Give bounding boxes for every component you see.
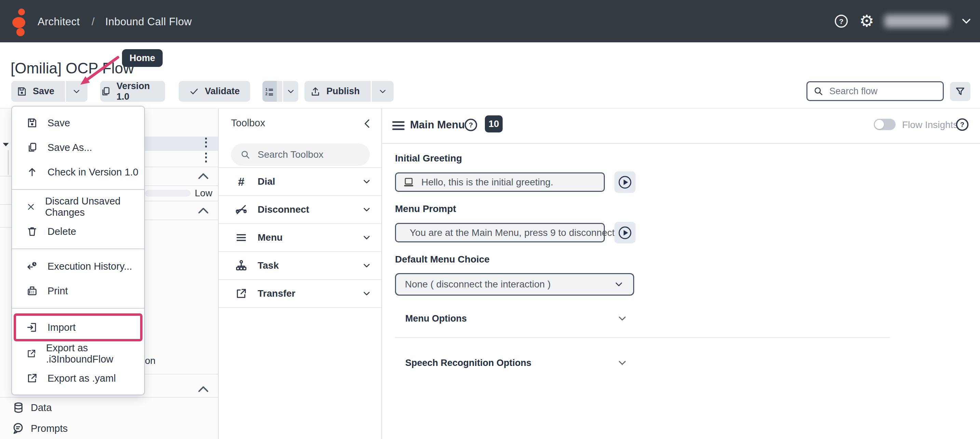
- collapse-panel-chevron-left-icon[interactable]: [362, 118, 372, 129]
- import-icon: [26, 322, 38, 333]
- collapse-chevron-up-icon[interactable]: [197, 171, 210, 181]
- initial-greeting-label: Initial Greeting: [395, 153, 462, 164]
- menu-item-check-in-version[interactable]: Check in Version 1.0: [12, 160, 144, 184]
- dial-hash-icon: #: [235, 175, 247, 189]
- menu-divider: [12, 308, 144, 309]
- play-icon: [617, 174, 633, 190]
- prompts-speech-bubble-icon: [12, 422, 25, 435]
- filter-button[interactable]: [950, 82, 970, 101]
- sidebar-item-data-label: Data: [31, 402, 52, 414]
- chevron-down-icon[interactable]: [361, 233, 372, 243]
- version-copy-icon: [100, 86, 111, 97]
- home-badge: Home: [122, 49, 163, 67]
- toolbox-item-disconnect[interactable]: Disconnect: [219, 196, 382, 224]
- toolbox-item-label: Dial: [258, 176, 351, 187]
- svg-text:?: ?: [839, 17, 844, 25]
- menu-item-save[interactable]: Save: [12, 111, 144, 135]
- menu-item-import[interactable]: Import: [16, 316, 140, 339]
- play-initial-greeting-button[interactable]: [614, 171, 636, 193]
- version-button-label: Version 1.0: [116, 81, 165, 102]
- arrow-up-icon: [26, 166, 38, 178]
- sidebar-item-data[interactable]: Data: [12, 401, 52, 414]
- menu-item-label: Execution History...: [48, 261, 132, 272]
- menu-prompt-label: Menu Prompt: [395, 203, 456, 214]
- menu-prompt-field[interactable]: You are at the Main Menu, press 9 to dis…: [395, 223, 605, 242]
- toolbox-item-label: Transfer: [258, 288, 351, 299]
- page-title: [Omilia] OCP Flow: [11, 60, 134, 77]
- search-flow-box: [807, 81, 944, 101]
- toolbox-item-transfer[interactable]: Transfer: [219, 280, 382, 308]
- speech-recognition-options-section[interactable]: Speech Recognition Options: [405, 358, 531, 368]
- menu-item-export-i3inboundflow[interactable]: Export as .i3InboundFlow: [12, 341, 144, 366]
- menu-item-label: Check in Version 1.0: [48, 166, 138, 178]
- import-highlight-box: Import: [14, 313, 143, 341]
- menu-item-delete[interactable]: Delete: [12, 219, 144, 244]
- menu-editor-panel: Main Menu ? 10 Flow Insights ? Initial G…: [382, 109, 980, 439]
- toolbox-item-dial[interactable]: # Dial: [219, 168, 382, 196]
- menu-item-discard-unsaved-changes[interactable]: Discard Unsaved Changes: [12, 195, 144, 219]
- publish-split-button: Publish: [304, 81, 394, 102]
- publish-button[interactable]: Publish: [304, 81, 365, 102]
- genesys-logo-icon: [12, 8, 30, 36]
- help-icon[interactable]: ?: [463, 117, 478, 132]
- menu-item-label: Save: [48, 117, 70, 129]
- initial-greeting-value: Hello, this is the initial greeting.: [421, 177, 553, 188]
- sidebar-item-prompts[interactable]: Prompts: [12, 422, 68, 435]
- menu-options-section[interactable]: Menu Options: [405, 313, 467, 324]
- save-menu-chevron-button[interactable]: [65, 81, 88, 102]
- svg-text:?: ?: [469, 121, 473, 129]
- publish-button-label: Publish: [326, 86, 360, 97]
- menu-item-label: Export as .i3InboundFlow: [46, 342, 144, 365]
- disconnect-phone-slash-icon: [235, 203, 247, 216]
- default-menu-choice-select[interactable]: None ( disconnect the interaction ): [395, 273, 634, 296]
- health-progress-bar: [145, 190, 191, 197]
- flow-insights-toggle[interactable]: [874, 119, 896, 130]
- chevron-down-icon[interactable]: [616, 313, 628, 324]
- toolbox-search-input[interactable]: [257, 149, 358, 160]
- validate-button[interactable]: Validate: [179, 81, 250, 102]
- x-icon: [26, 201, 35, 212]
- svg-text:?: ?: [960, 121, 964, 128]
- menu-item-save-as[interactable]: Save As...: [12, 135, 144, 160]
- chevron-down-icon[interactable]: [361, 204, 372, 215]
- play-menu-prompt-button[interactable]: [614, 222, 636, 243]
- initial-greeting-field[interactable]: Hello, this is the initial greeting.: [395, 173, 605, 192]
- export-external-icon: [26, 348, 37, 360]
- chevron-down-icon[interactable]: [361, 288, 372, 299]
- toolbox-title: Toolbox: [231, 117, 265, 129]
- breadcrumb-app[interactable]: Architect: [38, 16, 80, 28]
- transfer-external-icon: [235, 287, 247, 300]
- save-as-copy-icon: [26, 142, 38, 153]
- row-kebab-menu-icon[interactable]: ⋮: [200, 154, 212, 161]
- help-icon[interactable]: ?: [955, 117, 970, 132]
- menu-item-label: Print: [48, 285, 68, 296]
- search-flow-input[interactable]: [829, 86, 932, 97]
- collapse-chevron-up-icon[interactable]: [197, 206, 210, 216]
- chevron-down-icon[interactable]: [361, 176, 372, 187]
- help-icon[interactable]: ?: [834, 13, 849, 29]
- chevron-down-icon: [613, 279, 624, 290]
- menu-item-export-yaml[interactable]: Export as .yaml: [12, 366, 144, 390]
- publish-menu-chevron-button[interactable]: [371, 81, 394, 102]
- settings-gear-icon[interactable]: ⚙: [859, 13, 874, 29]
- chevron-down-icon[interactable]: [361, 260, 372, 271]
- toolbox-item-task[interactable]: Task: [219, 252, 382, 280]
- save-floppy-icon: [26, 117, 38, 129]
- save-dropdown-menu: Save Save As... Check in Version 1.0 Dis…: [11, 106, 145, 395]
- chevron-down-icon[interactable]: [616, 357, 628, 369]
- play-icon: [617, 225, 633, 241]
- menu-item-print[interactable]: Print: [12, 279, 144, 303]
- sequence-menu-chevron-button[interactable]: [282, 81, 298, 102]
- version-button[interactable]: Version 1.0: [100, 81, 165, 102]
- collapse-chevron-up-icon[interactable]: [197, 384, 210, 394]
- chevron-down-icon: [286, 87, 296, 96]
- menu-item-label: Save As...: [48, 142, 92, 153]
- save-button[interactable]: Save: [11, 81, 59, 102]
- menu-item-execution-history[interactable]: Execution History...: [12, 254, 144, 279]
- toolbox-item-menu[interactable]: Menu: [219, 224, 382, 252]
- row-kebab-menu-icon[interactable]: ⋮: [200, 139, 212, 146]
- user-menu-chevron-down-icon[interactable]: [959, 14, 973, 28]
- user-name-redacted[interactable]: [885, 15, 949, 28]
- sequence-list-button[interactable]: 1 2: [262, 81, 277, 102]
- tree-expand-caret-icon[interactable]: [2, 141, 10, 147]
